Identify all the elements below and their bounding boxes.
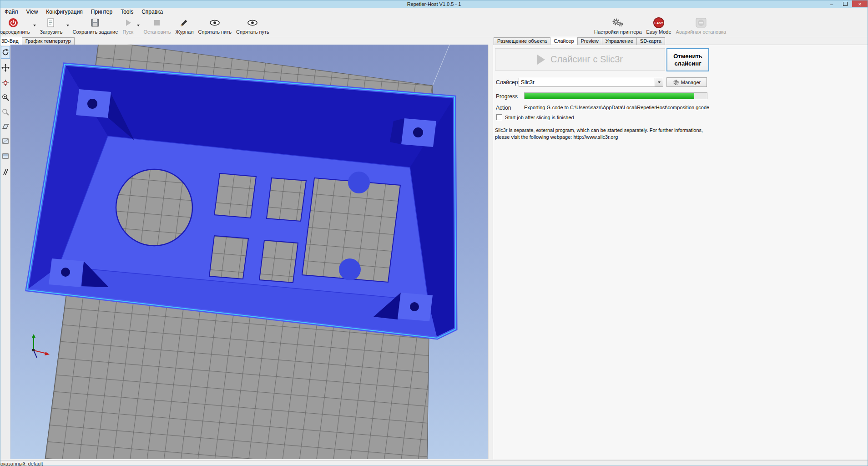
tab-manual-control[interactable]: Управление	[602, 37, 637, 45]
move-viewport-icon	[1, 64, 10, 72]
minimize-button[interactable]: –	[825, 0, 838, 7]
save-job-label: Сохранить задание	[73, 29, 118, 35]
tab-temperature-graph[interactable]: График температур	[22, 37, 75, 45]
load-dropdown[interactable]	[65, 15, 71, 35]
start-job-checkbox-row: Start job after slicing is finished	[496, 114, 574, 120]
menu-file[interactable]: Файл	[0, 8, 22, 15]
menu-help[interactable]: Справка	[137, 8, 167, 15]
floppy-icon	[90, 17, 101, 29]
slicer-panel: Слайсинг с Slic3r Отменить слайсинг Слай…	[493, 45, 868, 460]
chevron-down-icon	[66, 25, 69, 26]
menu-bar: Файл View Конфигурация Принтер Tools Спр…	[0, 8, 868, 15]
hide-travel-label: Спрятать путь	[236, 29, 269, 35]
view-top-button[interactable]	[1, 150, 10, 162]
start-job-checkbox-label: Start job after slicing is finished	[505, 115, 574, 120]
hide-filament-button[interactable]: Спрятать нить	[196, 15, 234, 35]
zoom-in-icon	[1, 93, 10, 101]
printer-settings-button[interactable]: Настройки принтера	[592, 15, 644, 35]
slic3r-info-text: Slic3r is separate, external program, wh…	[495, 127, 708, 141]
zoom-in-button[interactable]	[1, 91, 10, 104]
status-text: Показанный: default	[0, 461, 43, 466]
model-object[interactable]	[27, 64, 456, 338]
menu-view[interactable]: View	[22, 8, 42, 15]
stop-button[interactable]: Остановить	[141, 15, 173, 35]
hide-filament-label: Спрятать нить	[198, 29, 232, 35]
action-text: Exporting G-code to C:\Users\sazn\AppDat…	[524, 105, 709, 110]
cross-section-button[interactable]	[1, 166, 10, 178]
view-front-button[interactable]	[1, 135, 10, 147]
status-bar: Показанный: default	[0, 460, 868, 466]
tab-3d-view[interactable]: 3D-Вид	[0, 37, 22, 45]
cross-section-icon	[1, 168, 10, 176]
maximize-button[interactable]	[838, 0, 852, 7]
pencil-icon	[179, 17, 190, 29]
zoom-button[interactable]	[1, 106, 10, 118]
slice-with-slic3r-button[interactable]: Слайсинг с Slic3r	[495, 48, 665, 71]
gear-icon	[673, 79, 679, 86]
start-dropdown[interactable]	[136, 15, 141, 35]
menu-config[interactable]: Конфигурация	[42, 8, 87, 15]
chevron-down-icon	[658, 81, 661, 83]
document-icon	[45, 17, 56, 29]
slicer-select[interactable]: Slic3r	[519, 78, 663, 87]
easy-mode-button[interactable]: EASY Easy Mode	[644, 15, 674, 35]
start-label: Пуск	[123, 29, 134, 35]
rotate-tool-button[interactable]	[1, 46, 10, 59]
manager-label: Manager	[681, 80, 701, 85]
save-job-button[interactable]: Сохранить задание	[71, 15, 121, 35]
tab-sd-card[interactable]: SD-карта	[636, 37, 665, 45]
power-icon	[8, 17, 19, 29]
load-label: Загрузить	[40, 29, 62, 35]
connect-label: Подсоединить	[0, 29, 30, 35]
application-window: Repetier-Host V1.0.5 - 1 – × Файл View К…	[0, 0, 868, 466]
connect-button[interactable]: Подсоединить	[0, 15, 32, 35]
tab-preview[interactable]: Preview	[577, 37, 602, 45]
rotate-icon	[1, 48, 10, 56]
view-iso-icon	[1, 122, 10, 131]
progress-fill	[525, 93, 694, 99]
connect-dropdown[interactable]	[32, 15, 37, 35]
play-icon	[537, 55, 545, 65]
stop-label: Остановить	[143, 29, 171, 35]
log-label: Журнал	[175, 29, 193, 35]
right-panel-tabstrip: Размещение объекта Слайсер Preview Управ…	[494, 37, 665, 45]
move-object-icon	[1, 79, 10, 87]
zoom-icon	[1, 108, 10, 116]
menu-printer[interactable]: Принтер	[87, 8, 116, 15]
3d-viewport[interactable]	[10, 45, 488, 459]
cancel-slicing-button[interactable]: Отменить слайсинг	[666, 48, 709, 71]
progress-bar	[524, 92, 707, 99]
eye-icon	[247, 17, 258, 29]
move-viewport-button[interactable]	[1, 61, 10, 74]
slicer-select-value: Slic3r	[519, 79, 655, 86]
emergency-stop-label: Аварийная остановка	[676, 29, 727, 35]
start-button[interactable]: Пуск	[120, 15, 136, 35]
load-button[interactable]: Загрузить	[37, 15, 65, 35]
tab-object-placement[interactable]: Размещение объекта	[494, 37, 550, 45]
title-bar[interactable]: Repetier-Host V1.0.5 - 1	[0, 0, 868, 8]
slice-button-label: Слайсинг с Slic3r	[550, 54, 623, 65]
combo-arrow[interactable]	[655, 78, 663, 86]
viewport-tool-strip	[0, 45, 10, 459]
view-front-icon	[1, 137, 10, 145]
hide-travel-button[interactable]: Спрятать путь	[234, 15, 272, 35]
menu-tools[interactable]: Tools	[116, 8, 137, 15]
emergency-stop-button[interactable]: Аварийная остановка	[674, 15, 729, 35]
view-iso-button[interactable]	[1, 120, 10, 133]
easy-badge-icon: EASY	[653, 17, 664, 29]
chevron-down-icon	[137, 25, 140, 26]
close-button[interactable]: ×	[852, 0, 868, 7]
main-toolbar: Подсоединить Загрузить Сохранить задание…	[0, 15, 868, 37]
window-controls: – ×	[825, 0, 868, 7]
emergency-stop-icon	[695, 17, 707, 29]
start-job-checkbox[interactable]	[496, 114, 502, 120]
gears-icon	[611, 17, 624, 29]
log-button[interactable]: Журнал	[173, 15, 196, 35]
cancel-slicing-label: Отменить слайсинг	[667, 53, 708, 67]
tab-slicer[interactable]: Слайсер	[550, 37, 577, 45]
progress-label: Progress	[496, 93, 518, 100]
printer-settings-label: Настройки принтера	[594, 29, 642, 35]
manager-button[interactable]: Manager	[666, 77, 707, 87]
move-object-button[interactable]	[1, 76, 10, 89]
toolbar-right-group: Настройки принтера EASY Easy Mode Аварий…	[592, 15, 728, 35]
